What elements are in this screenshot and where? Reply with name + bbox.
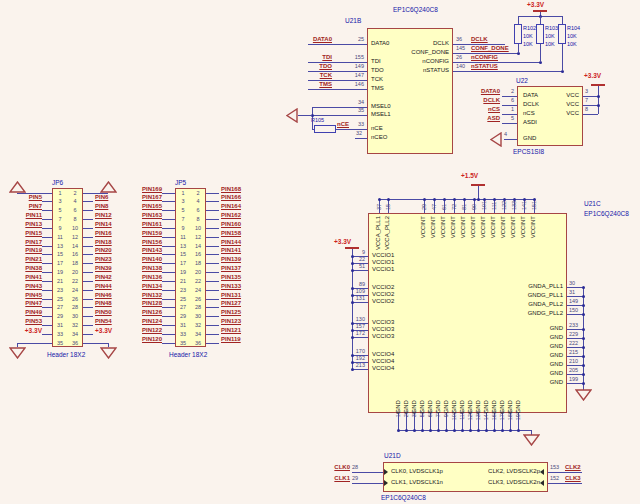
pin-number: 172 — [350, 330, 365, 336]
net-label: +3.3V — [6, 327, 42, 334]
u21b-designator: U21B — [345, 17, 361, 24]
net-label: nCS — [464, 106, 500, 113]
net-label: PIN17 — [6, 239, 42, 246]
pin-number: 34 — [334, 99, 364, 105]
header-pin-number: 18 — [192, 260, 204, 266]
header-pin-number: 5 — [54, 207, 66, 213]
net-label: CONF_DONE — [471, 45, 531, 52]
net-label: PIN125 — [221, 309, 257, 316]
pin-number: 2 — [502, 88, 514, 94]
wire — [42, 325, 52, 326]
pin-number: 8 — [585, 106, 595, 112]
junction-dot — [421, 429, 424, 432]
jp5-footprint: Header 18X2 — [169, 351, 207, 358]
pin-name: VCCINT — [490, 216, 498, 260]
pin-name: VCCINT — [430, 216, 438, 260]
wire — [83, 299, 93, 300]
wire — [206, 272, 219, 273]
net-label: PIN47 — [6, 300, 42, 307]
wire — [162, 263, 175, 264]
power-rail-bar — [591, 84, 605, 86]
pullup-resistor-body[interactable] — [514, 24, 522, 44]
pin-name: GND — [515, 384, 522, 414]
pin-number: 31 — [569, 289, 583, 295]
junction-dot — [405, 429, 408, 432]
pin-name: GND — [459, 384, 466, 414]
pullup-resistor-body[interactable] — [558, 24, 566, 44]
wire — [206, 316, 219, 317]
wire — [298, 115, 312, 116]
pin-name: GND — [427, 384, 434, 414]
header-pin-number: 8 — [69, 216, 81, 222]
pin-number: 229 — [569, 331, 583, 337]
net-label: PIN162 — [221, 212, 257, 219]
net-label: PIN163 — [126, 212, 162, 219]
net-label: PIN53 — [6, 318, 42, 325]
junction-dot — [469, 429, 472, 432]
ground-symbol[interactable] — [286, 108, 298, 123]
wire — [83, 343, 108, 344]
pin-number: 51 — [350, 263, 365, 269]
pin-number: 155 — [334, 54, 364, 60]
junction-dot — [453, 429, 456, 432]
pin-number: 29 — [421, 194, 427, 210]
pin-number: 150 — [569, 307, 583, 313]
net-label: PIN127 — [221, 300, 257, 307]
wire — [162, 325, 175, 326]
wire — [42, 219, 52, 220]
jp6-designator: JP6 — [52, 179, 63, 186]
pin-number: 9 — [350, 249, 365, 255]
wire — [83, 334, 93, 335]
header-pin-number: 33 — [54, 331, 66, 337]
pullup-resistor-body[interactable] — [536, 24, 544, 44]
junction-dot — [501, 429, 504, 432]
pin-name: VCCIO1 — [372, 259, 412, 266]
wire — [83, 237, 93, 238]
wire — [83, 325, 93, 326]
header-pin-number: 35 — [54, 340, 66, 346]
net-label: PIN160 — [221, 221, 257, 228]
wire — [42, 334, 52, 335]
net-label: PIN159 — [126, 230, 162, 237]
ground-symbol[interactable] — [523, 434, 540, 446]
wire — [83, 228, 93, 229]
header-pin-number: 21 — [177, 278, 189, 284]
pin-number: 89 — [350, 281, 365, 287]
ground-symbol[interactable] — [100, 347, 117, 359]
jp5-designator: JP5 — [175, 179, 186, 186]
pin-name: GND — [435, 384, 442, 414]
pin-number: 22 — [350, 256, 365, 262]
wire — [42, 272, 52, 273]
header-pin-number: 30 — [192, 313, 204, 319]
ground-symbol[interactable] — [9, 181, 26, 193]
pin-number: 109 — [350, 288, 365, 294]
header-pin-number: 25 — [54, 296, 66, 302]
wire — [83, 193, 108, 194]
header-pin-number: 32 — [192, 322, 204, 328]
net-label: PIN7 — [6, 203, 42, 210]
wire — [567, 287, 583, 288]
wire — [352, 302, 368, 303]
pin-name: nCE — [371, 125, 431, 132]
ground-symbol[interactable] — [9, 347, 26, 359]
pin-name: nCEO — [371, 134, 431, 141]
u21c-part-label: EP1C6Q240C8 — [584, 210, 629, 217]
header-pin-number: 30 — [69, 313, 81, 319]
header-pin-number: 2 — [69, 190, 81, 196]
wire — [83, 307, 93, 308]
pin-number: 15 — [385, 194, 391, 210]
u21d-body[interactable] — [383, 462, 548, 492]
header-pin-number: 15 — [54, 251, 66, 257]
pin-number: 25 — [334, 36, 364, 42]
net-label: PIN165 — [126, 203, 162, 210]
pin-name: VCCIO1 — [372, 266, 412, 273]
pin-number: 215 — [569, 349, 583, 355]
header-pin-number: 1 — [177, 190, 189, 196]
wire — [206, 299, 219, 300]
wire — [567, 329, 583, 330]
ground-symbol[interactable] — [575, 389, 592, 401]
ground-symbol[interactable] — [100, 181, 117, 193]
ground-symbol[interactable] — [490, 132, 502, 147]
pin-name: ASDI — [523, 119, 563, 126]
r105-body[interactable] — [314, 125, 336, 133]
